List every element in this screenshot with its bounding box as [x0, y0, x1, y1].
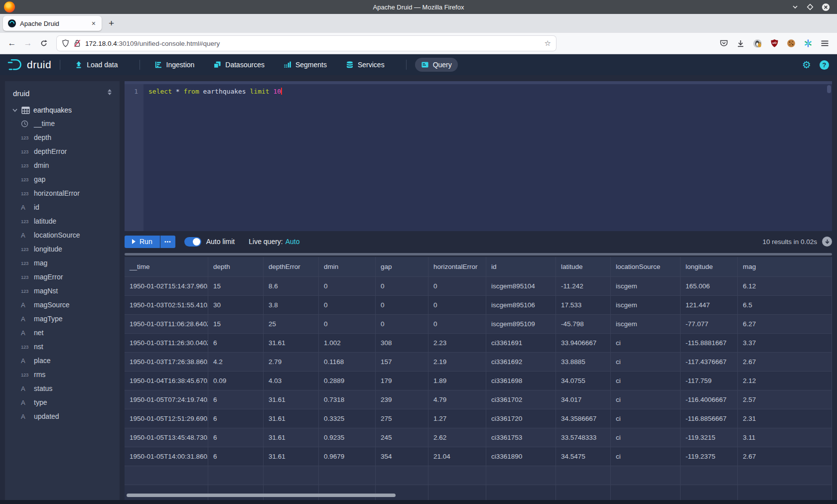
insecure-lock-icon[interactable] — [74, 39, 81, 47]
cell-horizontalError[interactable]: 2.23 — [428, 334, 486, 353]
cell-gap[interactable]: 179 — [376, 372, 428, 390]
sidebar-column-magError[interactable]: 123magError — [5, 270, 120, 284]
cell-id[interactable]: ci3361691 — [486, 334, 556, 353]
cell-__time[interactable]: 1950-01-05T07:24:19.740Z — [125, 390, 208, 409]
cell-horizontalError[interactable]: 1.89 — [428, 372, 486, 390]
nav-item-ingestion[interactable]: Ingestion — [148, 58, 201, 72]
cell-depthError[interactable]: 8.6 — [264, 277, 319, 296]
run-more-button[interactable]: ••• — [160, 236, 175, 248]
menu-hamburger-icon[interactable] — [821, 40, 829, 47]
tab-close-icon[interactable]: × — [91, 19, 97, 27]
cell-horizontalError[interactable]: 2.62 — [428, 428, 486, 447]
back-button[interactable]: ← — [4, 38, 20, 48]
download-results-icon[interactable] — [822, 237, 832, 247]
column-header-depthError[interactable]: depthError — [264, 257, 319, 277]
settings-gear-icon[interactable]: ⚙ — [802, 60, 811, 70]
cell-dmin[interactable]: 0 — [319, 296, 376, 315]
column-header-mag[interactable]: mag — [738, 257, 832, 277]
cell-__time[interactable]: 1950-01-03T02:51:55.410Z — [125, 296, 208, 315]
column-header-longitude[interactable]: longitude — [681, 257, 738, 277]
cell-latitude[interactable]: 34.017 — [556, 390, 611, 409]
cell-depth[interactable]: 4.2 — [208, 353, 264, 372]
cell-latitude[interactable]: 34.3586667 — [556, 409, 611, 428]
cell-__time[interactable]: 1950-01-05T14:00:31.860Z — [125, 447, 208, 466]
horizontal-scrollbar-thumb[interactable] — [127, 494, 396, 497]
cell-latitude[interactable]: 33.5748333 — [556, 428, 611, 447]
nav-item-datasources[interactable]: Datasources — [207, 58, 271, 72]
editor-scrollbar-thumb[interactable] — [827, 85, 831, 93]
cell-dmin[interactable]: 0.7318 — [319, 390, 376, 409]
cell-horizontalError[interactable]: 0 — [428, 296, 486, 315]
cell-depth[interactable]: 6 — [208, 409, 264, 428]
sidebar-column-rms[interactable]: 123rms — [5, 368, 120, 381]
sidebar-column-dmin[interactable]: 123dmin — [5, 158, 120, 172]
sql-text[interactable]: select * from earthquakes limit 10 — [148, 88, 282, 95]
cell-dmin[interactable]: 0.3325 — [319, 409, 376, 428]
cell-id[interactable]: ci3361890 — [486, 447, 556, 466]
cell-dmin[interactable]: 0.2889 — [319, 372, 376, 390]
sidebar-column-horizontalError[interactable]: 123horizontalError — [5, 186, 120, 200]
cell-gap[interactable]: 0 — [376, 296, 428, 315]
column-header-dmin[interactable]: dmin — [319, 257, 376, 277]
cell-locationSource[interactable]: iscgem — [611, 296, 681, 315]
sql-editor[interactable]: 1 select * from earthquakes limit 10 — [125, 81, 832, 231]
cell-longitude[interactable]: 121.447 — [681, 296, 738, 315]
sort-caret-icon[interactable] — [107, 89, 113, 98]
cell-id[interactable]: iscgem895109 — [486, 315, 556, 334]
cell-latitude[interactable]: 33.9406667 — [556, 334, 611, 353]
cell-__time[interactable]: 1950-01-05T12:51:29.690Z — [125, 409, 208, 428]
cell-latitude[interactable]: 34.5475 — [556, 447, 611, 466]
window-close-icon[interactable] — [822, 3, 830, 11]
sidebar-column-net[interactable]: Anet — [5, 326, 120, 340]
tracking-protection-shield-icon[interactable] — [62, 39, 69, 47]
sidebar-column-id[interactable]: Aid — [5, 200, 120, 214]
cell-longitude[interactable]: -117.759 — [681, 372, 738, 390]
cell-id[interactable]: ci3361753 — [486, 428, 556, 447]
cell-dmin[interactable]: 0.9679 — [319, 447, 376, 466]
sidebar-column-updated[interactable]: Aupdated — [5, 409, 120, 423]
cell-id[interactable]: ci3361720 — [486, 409, 556, 428]
pane-splitter-handle[interactable] — [125, 253, 832, 255]
extension-penguin-icon[interactable] — [753, 39, 762, 48]
cell-horizontalError[interactable]: 4.79 — [428, 390, 486, 409]
cell-mag[interactable]: 2.67 — [738, 447, 832, 466]
cell-depthError[interactable]: 31.61 — [264, 428, 319, 447]
bookmark-star-icon[interactable]: ☆ — [545, 39, 551, 48]
cell-dmin[interactable]: 0 — [319, 277, 376, 296]
nav-item-load-data[interactable]: Load data — [69, 58, 124, 72]
cell-latitude[interactable]: 34.0755 — [556, 372, 611, 390]
cell-gap[interactable]: 245 — [376, 428, 428, 447]
url-bar[interactable]: 172.18.0.4:30109/unified-console.html#qu… — [57, 36, 556, 51]
cell-locationSource[interactable]: ci — [611, 447, 681, 466]
sidebar-column-gap[interactable]: 123gap — [5, 172, 120, 186]
sidebar-column-place[interactable]: Aplace — [5, 354, 120, 368]
cell-horizontalError[interactable]: 1.27 — [428, 409, 486, 428]
cell-id[interactable]: ci3361692 — [486, 353, 556, 372]
cell-__time[interactable]: 1950-01-03T11:06:28.640Z — [125, 315, 208, 334]
cell-__time[interactable]: 1950-01-04T16:38:45.670Z — [125, 372, 208, 390]
cell-mag[interactable]: 6.27 — [738, 315, 832, 334]
url-text[interactable]: 172.18.0.4:30109/unified-console.html#qu… — [85, 40, 220, 47]
cell-locationSource[interactable]: ci — [611, 428, 681, 447]
run-button[interactable]: Run — [125, 236, 160, 248]
ublock-origin-icon[interactable]: uO — [770, 39, 779, 48]
cell-dmin[interactable]: 1.002 — [319, 334, 376, 353]
cell-longitude[interactable]: -115.8881667 — [681, 334, 738, 353]
cell-dmin[interactable]: 0 — [319, 315, 376, 334]
new-tab-button[interactable]: + — [109, 18, 114, 29]
cell-gap[interactable]: 308 — [376, 334, 428, 353]
sidebar-column-magSource[interactable]: AmagSource — [5, 298, 120, 312]
sidebar-table-earthquakes[interactable]: earthquakes — [5, 104, 120, 117]
sidebar-column-mag[interactable]: 123mag — [5, 256, 120, 270]
sidebar-column-nst[interactable]: 123nst — [5, 340, 120, 354]
cell-depthError[interactable]: 2.79 — [264, 353, 319, 372]
cell-gap[interactable]: 354 — [376, 447, 428, 466]
cell-depthError[interactable]: 31.61 — [264, 447, 319, 466]
cell-__time[interactable]: 1950-01-03T17:26:38.860Z — [125, 353, 208, 372]
column-header-locationSource[interactable]: locationSource — [611, 257, 681, 277]
cell-depthError[interactable]: 4.03 — [264, 372, 319, 390]
pocket-icon[interactable] — [719, 39, 728, 48]
cell-depth[interactable]: 30 — [208, 296, 264, 315]
cell-depth[interactable]: 6 — [208, 447, 264, 466]
cell-horizontalError[interactable]: 0 — [428, 277, 486, 296]
